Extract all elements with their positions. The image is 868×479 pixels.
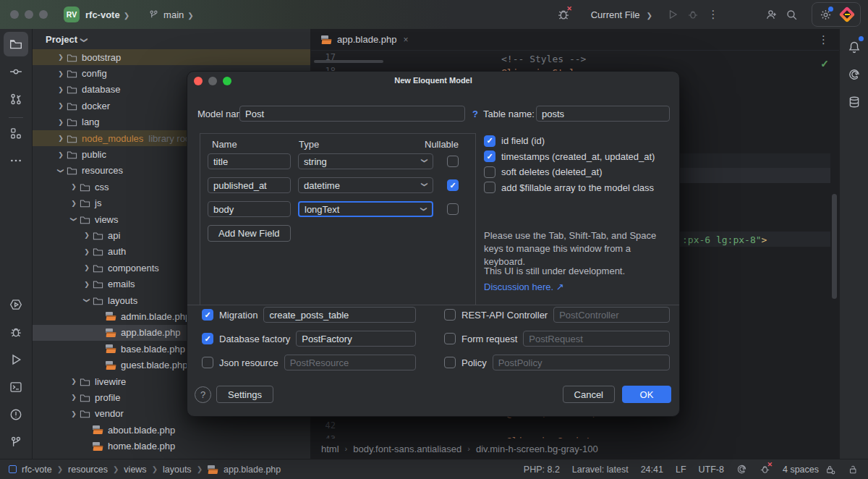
generator-name-input[interactable]: PostController <box>553 307 670 323</box>
tree-item-bootstrap[interactable]: ❯bootstrap <box>33 49 310 65</box>
path-item[interactable]: resources <box>68 465 108 475</box>
field-type-select[interactable]: longText❯ <box>298 201 433 217</box>
debug-button[interactable] <box>683 4 703 25</box>
debug-listener-status-icon[interactable]: ✕ <box>760 464 770 475</box>
cancel-button[interactable]: Cancel <box>563 386 615 403</box>
code-line[interactable]: :px-6 lg:px-8"> <box>682 233 767 247</box>
path-item[interactable]: app.blade.php <box>224 465 281 475</box>
ai-assistant-icon[interactable] <box>842 62 867 87</box>
debugger-bug-icon[interactable]: ✕ <box>553 4 574 25</box>
chevron-right-icon[interactable]: ❯ <box>55 102 67 109</box>
line-separator[interactable]: LF <box>676 465 686 475</box>
field-nullable-checkbox[interactable]: ✓ <box>447 179 459 191</box>
settings-gear-icon[interactable] <box>815 4 835 25</box>
model-name-input[interactable]: Post <box>239 106 465 122</box>
checkbox[interactable] <box>484 166 495 178</box>
close-window-button[interactable] <box>10 10 19 19</box>
search-everywhere-button[interactable] <box>781 4 801 25</box>
chevron-right-icon[interactable]: ❯ <box>55 86 67 93</box>
chevron-right-icon[interactable]: ❯ <box>81 264 93 271</box>
chevron-right-icon[interactable]: ❯ <box>81 281 93 288</box>
run-tool-button[interactable] <box>4 347 28 372</box>
project-tool-button[interactable] <box>4 32 28 56</box>
checkbox[interactable] <box>444 309 456 321</box>
settings-button[interactable]: Settings <box>216 386 273 403</box>
path-item[interactable]: rfc-vote <box>22 465 52 475</box>
ai-assistant-status-icon[interactable] <box>736 464 747 475</box>
more-tool-windows-button[interactable] <box>4 148 28 173</box>
chevron-right-icon[interactable]: ❯ <box>55 54 67 61</box>
field-type-select[interactable]: datetime❯ <box>298 177 433 193</box>
field-type-select[interactable]: string❯ <box>298 153 433 169</box>
ide-logo-icon[interactable] <box>837 4 857 25</box>
path-item[interactable]: views <box>124 465 146 475</box>
checkbox[interactable] <box>484 182 495 193</box>
checkbox[interactable]: ✓ <box>484 151 495 162</box>
minimize-window-button[interactable] <box>25 10 33 19</box>
commit-tool-button[interactable] <box>4 59 28 84</box>
status-breadcrumb[interactable]: rfc-vote❯resources❯views❯layouts❯app.bla… <box>9 465 281 475</box>
discussion-link[interactable]: Discussion here. ↗ <box>484 281 564 292</box>
pull-requests-tool-button[interactable] <box>4 87 28 111</box>
tab-app-blade[interactable]: app.blade.php × <box>311 29 415 51</box>
option-id[interactable]: ✓id field (id) <box>484 133 671 149</box>
code-line[interactable]: <!-- Styles --> <box>501 52 586 66</box>
chevron-down-icon[interactable]: ❯ <box>70 213 77 225</box>
help-icon[interactable]: ? <box>472 109 478 119</box>
editor-scrollbar[interactable] <box>832 194 837 299</box>
window-controls[interactable] <box>10 10 48 19</box>
run-button[interactable] <box>663 4 683 25</box>
field-nullable-checkbox[interactable] <box>447 203 459 215</box>
run-configuration-selector[interactable]: Current File <box>591 9 640 20</box>
ok-button[interactable]: OK <box>622 386 671 403</box>
close-tab-icon[interactable]: × <box>403 35 408 45</box>
chevron-right-icon[interactable]: ❯ <box>55 70 67 77</box>
field-name-input[interactable]: body <box>208 201 291 217</box>
checkbox[interactable]: ✓ <box>202 333 213 344</box>
chevron-right-icon[interactable]: ❯ <box>68 410 80 417</box>
database-icon[interactable] <box>842 90 867 114</box>
breadcrumb-item[interactable]: html <box>321 444 339 454</box>
chevron-right-icon[interactable]: ❯ <box>55 151 67 158</box>
structure-tool-button[interactable] <box>4 121 28 145</box>
generator-name-input[interactable]: PostFactory <box>296 331 416 347</box>
chevron-down-icon[interactable]: ❯ <box>57 165 64 177</box>
file-encoding[interactable]: UTF-8 <box>699 465 724 475</box>
option-timestamps[interactable]: ✓timestamps (created_at, updated_at) <box>484 149 671 165</box>
generator-name-input[interactable]: PostRequest <box>523 331 670 347</box>
table-name-input[interactable]: posts <box>536 106 670 122</box>
generator-name-input[interactable]: PostResource <box>284 355 416 370</box>
field-name-input[interactable]: published_at <box>208 177 291 193</box>
notifications-bell-icon[interactable] <box>842 35 867 59</box>
services-tool-button[interactable] <box>4 292 28 317</box>
checkbox[interactable] <box>444 357 456 368</box>
chevron-right-icon[interactable]: ❯ <box>81 232 93 239</box>
project-name[interactable]: rfc-vote <box>85 9 120 20</box>
caret-position[interactable]: 24:41 <box>641 465 663 475</box>
tree-item-about-blade-php[interactable]: about.blade.php <box>33 422 310 438</box>
indent-info[interactable]: 4 spaces <box>783 465 819 475</box>
git-tool-button[interactable] <box>4 430 28 454</box>
chevron-right-icon[interactable]: ❯ <box>55 135 67 142</box>
laravel-version[interactable]: Laravel: latest <box>572 465 629 475</box>
chevron-right-icon[interactable]: ❯ <box>68 183 80 190</box>
field-nullable-checkbox[interactable] <box>447 156 459 167</box>
checkbox[interactable]: ✓ <box>484 135 495 147</box>
field-name-input[interactable]: title <box>208 153 291 169</box>
project-avatar[interactable]: RV <box>64 7 80 22</box>
file-lock-icon[interactable] <box>848 465 858 475</box>
option-add[interactable]: add $fillable array to the model class <box>484 180 671 196</box>
option-soft[interactable]: soft deletes (deleted_at) <box>484 164 671 180</box>
zoom-window-button[interactable] <box>39 10 48 19</box>
inspections-ok-icon[interactable]: ✓ <box>820 58 829 69</box>
indent-lock-icon[interactable] <box>825 465 835 475</box>
checkbox[interactable] <box>202 357 213 368</box>
chevron-right-icon[interactable]: ❯ <box>55 119 67 126</box>
php-version[interactable]: PHP: 8.2 <box>524 465 560 475</box>
checkbox[interactable] <box>444 333 456 344</box>
chevron-right-icon[interactable]: ❯ <box>68 394 80 401</box>
checkbox[interactable]: ✓ <box>202 309 213 321</box>
project-panel-title[interactable]: Project <box>46 34 77 45</box>
vcs-widget[interactable]: main ❯ <box>148 9 194 20</box>
more-actions-button[interactable]: ⋮ <box>703 4 723 25</box>
